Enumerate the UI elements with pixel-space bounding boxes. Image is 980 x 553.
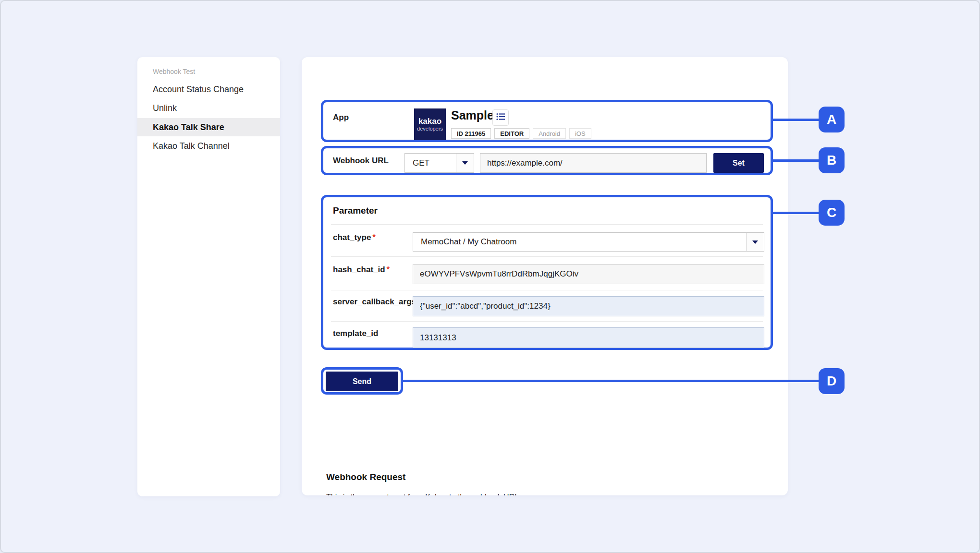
chat-type-select[interactable]: MemoChat / My Chatroom <box>413 232 764 252</box>
send-button[interactable]: Send <box>326 372 398 391</box>
annotation-badge-d: D <box>819 368 845 394</box>
hash-chat-id-label: hash_chat_id* <box>333 265 390 275</box>
http-method-select[interactable]: GET <box>404 153 474 173</box>
kakao-developers-logo: kakao developers <box>414 108 446 140</box>
divider <box>331 224 763 225</box>
app-ios-badge: iOS <box>569 128 591 139</box>
chevron-down-icon <box>746 233 764 251</box>
app-badges: ID 211965 EDITOR Android iOS <box>451 128 591 139</box>
app-list-button[interactable] <box>492 109 509 126</box>
divider <box>331 256 763 257</box>
sidebar-item-unlink[interactable]: Unlink <box>137 99 280 117</box>
app-label: App <box>333 113 349 122</box>
sidebar-item-kakao-talk-channel[interactable]: Kakao Talk Channel <box>137 137 280 155</box>
divider <box>331 321 763 322</box>
required-asterisk: * <box>387 265 390 274</box>
chat-type-label: chat_type* <box>333 233 376 242</box>
app-id-badge: ID 211965 <box>451 128 491 139</box>
divider <box>331 290 763 290</box>
page-background: Webhook Test Account Status Change Unlin… <box>0 0 980 553</box>
list-icon <box>496 113 505 122</box>
sidebar-item-kakao-talk-share[interactable]: Kakao Talk Share <box>137 118 280 136</box>
sidebar: Webhook Test Account Status Change Unlin… <box>137 57 280 496</box>
annotation-line-d <box>402 380 820 382</box>
main-panel: Webhook Information App kakao developers… <box>302 57 788 495</box>
server-callback-args-label: server_callback_args* <box>333 297 420 307</box>
annotation-badge-a: A <box>819 107 845 132</box>
required-asterisk: * <box>372 233 375 241</box>
template-id-input[interactable] <box>413 327 764 348</box>
send-section: Send <box>321 367 403 395</box>
annotation-badge-b: B <box>819 147 845 173</box>
http-method-value: GET <box>405 154 456 172</box>
chat-type-value: MemoChat / My Chatroom <box>413 233 746 251</box>
webhook-request-title: Webhook Request <box>326 472 405 482</box>
annotation-line-b <box>771 159 820 162</box>
annotation-badge-c: C <box>819 200 845 226</box>
webhook-url-section: Webhook URL GET Set <box>321 146 773 175</box>
app-section: App kakao developers Sample ID 211965 ED… <box>321 100 773 142</box>
annotation-line-c <box>771 212 820 214</box>
sidebar-item-account-status-change[interactable]: Account Status Change <box>137 80 280 98</box>
app-role-badge: EDITOR <box>494 128 529 139</box>
parameter-title: Parameter <box>333 205 378 216</box>
template-id-label: template_id <box>333 329 380 338</box>
webhook-url-label: Webhook URL <box>333 148 389 173</box>
hash-chat-id-input[interactable] <box>413 264 764 284</box>
annotation-line-a <box>771 119 820 121</box>
webhook-url-input[interactable] <box>480 153 707 173</box>
app-android-badge: Android <box>533 128 566 139</box>
server-callback-args-input[interactable] <box>413 296 764 316</box>
set-button[interactable]: Set <box>713 153 764 173</box>
webhook-request-description: This is the request sent from Kakao to t… <box>326 493 521 495</box>
app-name: Sample <box>451 108 494 122</box>
sidebar-section-label: Webhook Test <box>153 68 195 75</box>
parameter-section: Parameter chat_type* MemoChat / My Chatr… <box>321 195 773 350</box>
chevron-down-icon <box>456 154 474 172</box>
